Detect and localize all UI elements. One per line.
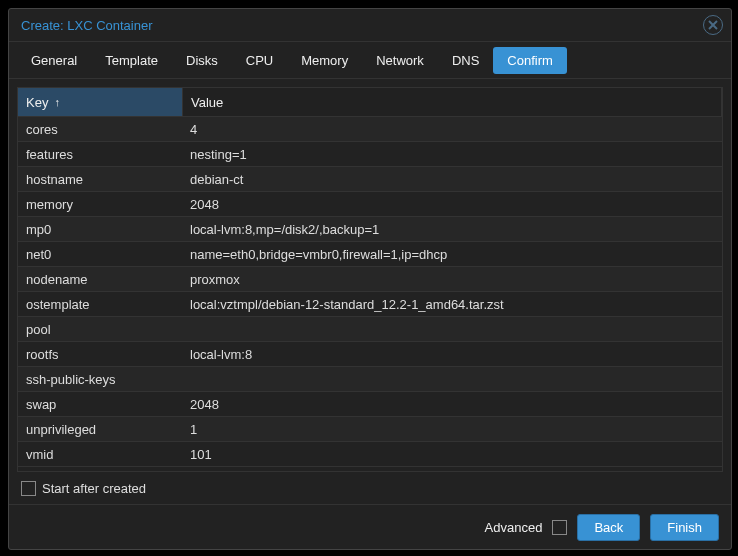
table-row[interactable]: ssh-public-keys <box>18 367 722 392</box>
tab-network[interactable]: Network <box>362 47 438 74</box>
tab-disks[interactable]: Disks <box>172 47 232 74</box>
column-header-value-label: Value <box>191 95 223 110</box>
table-row[interactable]: net0name=eth0,bridge=vmbr0,firewall=1,ip… <box>18 242 722 267</box>
tab-cpu[interactable]: CPU <box>232 47 287 74</box>
tab-confirm[interactable]: Confirm <box>493 47 567 74</box>
start-after-created-label: Start after created <box>42 481 146 496</box>
tab-label: Memory <box>301 53 348 68</box>
titlebar: Create: LXC Container <box>9 9 731 42</box>
cell-key: vmid <box>18 447 182 462</box>
column-header-key-label: Key <box>26 95 48 110</box>
cell-value: local:vztmpl/debian-12-standard_12.2-1_a… <box>182 297 722 312</box>
table-row[interactable]: ostemplatelocal:vztmpl/debian-12-standar… <box>18 292 722 317</box>
cell-value: nesting=1 <box>182 147 722 162</box>
finish-button[interactable]: Finish <box>650 514 719 541</box>
start-after-created-row: Start after created <box>9 472 731 504</box>
tab-label: Network <box>376 53 424 68</box>
cell-key: unprivileged <box>18 422 182 437</box>
cell-value: local-lvm:8 <box>182 347 722 362</box>
table-row[interactable]: cores4 <box>18 117 722 142</box>
table-row[interactable]: mp0local-lvm:8,mp=/disk2/,backup=1 <box>18 217 722 242</box>
start-after-created-checkbox[interactable] <box>21 481 36 496</box>
cell-key: ostemplate <box>18 297 182 312</box>
table-body[interactable]: cores4featuresnesting=1hostnamedebian-ct… <box>18 117 722 471</box>
column-header-value[interactable]: Value <box>183 88 722 116</box>
sort-asc-icon: ↑ <box>54 96 60 108</box>
cell-key: pool <box>18 322 182 337</box>
cell-value: 4 <box>182 122 722 137</box>
dialog-footer: Advanced Back Finish <box>9 504 731 549</box>
back-button[interactable]: Back <box>577 514 640 541</box>
cell-key: cores <box>18 122 182 137</box>
table-row[interactable]: featuresnesting=1 <box>18 142 722 167</box>
wizard-tabs: GeneralTemplateDisksCPUMemoryNetworkDNSC… <box>9 42 731 79</box>
tab-memory[interactable]: Memory <box>287 47 362 74</box>
cell-key: rootfs <box>18 347 182 362</box>
cell-value: 2048 <box>182 197 722 212</box>
tab-template[interactable]: Template <box>91 47 172 74</box>
cell-value: proxmox <box>182 272 722 287</box>
window-title: Create: LXC Container <box>21 18 703 33</box>
cell-key: nodename <box>18 272 182 287</box>
cell-value: name=eth0,bridge=vmbr0,firewall=1,ip=dhc… <box>182 247 722 262</box>
cell-value: 101 <box>182 447 722 462</box>
table-header: Key ↑ Value <box>18 88 722 117</box>
table-row[interactable]: pool <box>18 317 722 342</box>
table-row[interactable]: unprivileged1 <box>18 417 722 442</box>
tab-label: Template <box>105 53 158 68</box>
table-row[interactable]: memory2048 <box>18 192 722 217</box>
cell-key: features <box>18 147 182 162</box>
table-row[interactable]: hostnamedebian-ct <box>18 167 722 192</box>
cell-key: mp0 <box>18 222 182 237</box>
cell-value: debian-ct <box>182 172 722 187</box>
tab-label: Disks <box>186 53 218 68</box>
cell-key: memory <box>18 197 182 212</box>
table-row[interactable]: nodenameproxmox <box>18 267 722 292</box>
tab-label: CPU <box>246 53 273 68</box>
cell-value: 2048 <box>182 397 722 412</box>
cell-key: swap <box>18 397 182 412</box>
tab-dns[interactable]: DNS <box>438 47 493 74</box>
table-row[interactable]: vmid101 <box>18 442 722 467</box>
summary-table: Key ↑ Value cores4featuresnesting=1hostn… <box>17 87 723 472</box>
tab-label: General <box>31 53 77 68</box>
tab-label: Confirm <box>507 53 553 68</box>
table-row[interactable]: swap2048 <box>18 392 722 417</box>
column-header-key[interactable]: Key ↑ <box>18 88 183 116</box>
cell-value: local-lvm:8,mp=/disk2/,backup=1 <box>182 222 722 237</box>
cell-key: net0 <box>18 247 182 262</box>
tab-label: DNS <box>452 53 479 68</box>
advanced-checkbox[interactable] <box>552 520 567 535</box>
advanced-label: Advanced <box>485 520 543 535</box>
cell-key: ssh-public-keys <box>18 372 182 387</box>
cell-key: hostname <box>18 172 182 187</box>
table-row[interactable]: rootfslocal-lvm:8 <box>18 342 722 367</box>
cell-value: 1 <box>182 422 722 437</box>
create-lxc-window: Create: LXC Container GeneralTemplateDis… <box>8 8 732 550</box>
close-icon[interactable] <box>703 15 723 35</box>
tab-general[interactable]: General <box>17 47 91 74</box>
